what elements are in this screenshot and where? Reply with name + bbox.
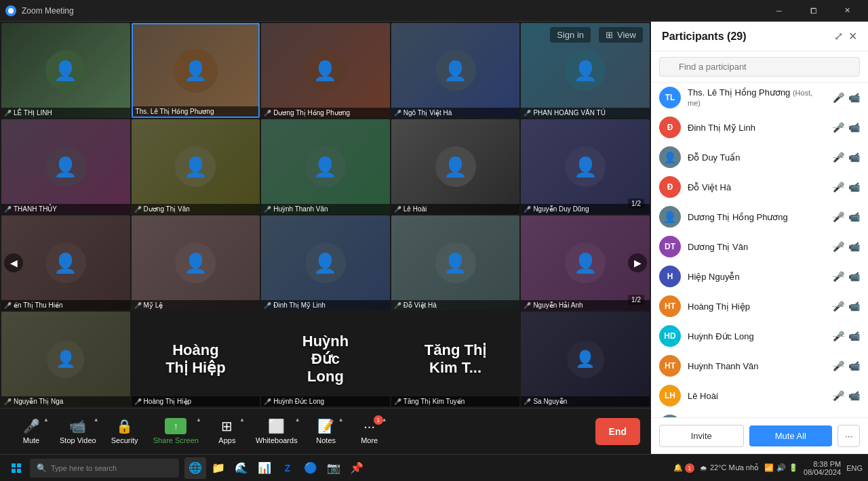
mic-off-icon: 🎤 — [264, 206, 271, 213]
taskbar-app-powerpoint[interactable]: 📌 — [346, 457, 368, 479]
participant-item[interactable]: H Hiệp Nguyễn 🎤 📹 — [651, 262, 868, 291]
whiteboards-button[interactable]: ⬜ Whiteboards ▲ — [250, 413, 303, 451]
cell-name-12: 🎤 Mỹ Lệ — [132, 300, 260, 310]
video-cell-6: 👤 🎤 THANH THỦY — [1, 119, 130, 214]
svg-rect-2 — [17, 463, 21, 467]
time-display: 8:38 PM 08/04/2024 — [804, 460, 841, 476]
search-input[interactable] — [659, 57, 860, 77]
svg-rect-4 — [17, 469, 21, 473]
minimize-button[interactable]: ─ — [764, 0, 795, 22]
participant-item[interactable]: Đ Đỗ Việt Hà 🎤 📹 — [651, 172, 868, 202]
taskbar-app-zalo[interactable]: Z — [277, 457, 298, 479]
notes-chevron[interactable]: ▲ — [338, 417, 344, 423]
signin-button[interactable]: Sign in — [550, 27, 591, 43]
mic-off-icon: 🎤 — [4, 302, 12, 309]
grid-icon: ⊞ — [606, 30, 613, 40]
participant-name: Đỗ Việt Hà — [688, 182, 826, 192]
cam-off-icon: 📹 — [848, 390, 860, 401]
share-screen-button[interactable]: ↑ Share Screen ▲ — [148, 413, 204, 451]
video-cell-15: ▶ 👤 🎤 Nguyễn Hải Anh 1/2 — [521, 215, 650, 310]
windows-start-button[interactable] — [5, 457, 27, 479]
mute-all-button[interactable]: Mute All — [749, 425, 833, 446]
participant-icons: 🎤 📹 — [833, 92, 860, 103]
apps-chevron[interactable]: ▲ — [239, 417, 245, 423]
participants-panel: Participants (29) ⤢ ✕ 🔍 TL Ths. Lê Thị H… — [651, 22, 868, 454]
panel-close-button[interactable]: ✕ — [848, 30, 857, 43]
cell-name-6: 🎤 THANH THỦY — [1, 204, 130, 214]
mic-muted-icon: 🎤 — [833, 182, 844, 192]
taskbar-app-edge[interactable]: 🌊 — [231, 457, 252, 479]
invite-button[interactable]: Invite — [659, 425, 744, 447]
security-button[interactable]: 🔒 Security — [104, 413, 145, 451]
battery-icon: 🔋 — [789, 463, 798, 472]
taskbar-search-icon: 🔍 — [37, 463, 47, 473]
taskbar-apps: 🌐 📁 🌊 📊 Z 🔵 📷 📌 — [184, 457, 368, 479]
prev-page-button[interactable]: ◀ — [4, 253, 23, 272]
close-button[interactable]: ✕ — [831, 0, 863, 22]
participant-icons: 🎤 📹 — [833, 360, 860, 371]
more-options-button[interactable]: ··· — [837, 425, 860, 447]
weather-display: 🌧 22°C Mưa nhỏ — [700, 463, 759, 472]
taskbar-app-explorer[interactable]: 📁 — [208, 457, 229, 479]
taskbar-app-cortana[interactable]: 🌐 — [184, 457, 206, 479]
maximize-button[interactable]: ⧠ — [797, 0, 829, 22]
apps-icon: ⊞ — [221, 418, 233, 434]
video-cell-10: 👤 🎤 Nguyễn Duy Dũng 1/2 — [521, 119, 650, 214]
mute-chevron[interactable]: ▲ — [43, 417, 49, 423]
participant-item[interactable]: TL Ths. Lê Thị Hồng Phương (Host, me) 🎤 … — [651, 83, 868, 112]
end-button[interactable]: End — [595, 418, 640, 445]
toolbar: 🎤 Mute ▲ 📹 Stop Video ▲ 🔒 Security ↑ Sha… — [0, 408, 651, 454]
mic-off-icon: 🎤 — [264, 398, 271, 405]
mic-off-icon: 🎤 — [4, 110, 12, 117]
apps-button[interactable]: ⊞ Apps ▲ — [207, 413, 248, 451]
cell-name-5: 🎤 PHAN HOÀNG VĂN TÚ — [521, 108, 650, 118]
avatar: Đ — [659, 117, 681, 138]
notes-icon: 📝 — [317, 418, 334, 434]
stop-video-button[interactable]: 📹 Stop Video ▲ — [54, 413, 102, 451]
participant-item[interactable]: DT Dương Thị Vân 🎤 📹 — [651, 232, 868, 262]
video-cell-17: Hoàng Thị Hiệp 🎤 Hoàng Thị Hiệp — [132, 312, 260, 406]
cell-name-11: 🎤 ến Thị Thu Hiền — [1, 300, 130, 310]
mic-icon: 🎤 — [833, 92, 844, 103]
popout-button[interactable]: ⤢ — [834, 30, 843, 43]
participant-name: Hiệp Nguyễn — [688, 272, 826, 282]
title-bar: Zoom Meeting ─ ⧠ ✕ — [0, 0, 868, 22]
participant-icons: 🎤 📹 — [833, 122, 860, 133]
participant-item[interactable]: HD Huỳnh Đức Long 🎤 📹 — [651, 321, 868, 351]
next-page-button[interactable]: ▶ — [628, 253, 647, 272]
cam-off-icon: 📹 — [848, 122, 860, 133]
taskbar-search[interactable]: 🔍 Type here to search — [30, 459, 179, 478]
video-grid: 👤 🎤 LÊ THỊ LINH 👤 Ths. Lê Thị Hồng Phươn… — [0, 22, 651, 408]
participant-item[interactable]: HT Hoàng Thị Hiệp 🎤 📹 — [651, 291, 868, 321]
system-tray: 📶 🔊 🔋 — [764, 463, 798, 472]
share-chevron[interactable]: ▲ — [196, 417, 201, 423]
view-button[interactable]: ⊞ View — [599, 27, 643, 43]
page-indicator-2: 1/2 — [628, 295, 644, 305]
participant-icons: 🎤 📹 — [833, 152, 860, 163]
participant-item[interactable]: 👤 Dương Thị Hồng Phương 🎤 📹 — [651, 202, 868, 232]
video-cell-4: 👤 🎤 Ngô Thị Việt Hà — [391, 23, 520, 118]
notes-button[interactable]: 📝 Notes ▲ — [306, 413, 347, 451]
cell-name-8: 🎤 Huỳnh Thanh Vân — [261, 204, 390, 214]
video-area: Sign in ⊞ View 👤 🎤 LÊ THỊ LINH 👤 — [0, 22, 651, 454]
cell-name-2: Ths. Lê Thị Hồng Phương — [133, 106, 259, 117]
taskbar-app-excel[interactable]: 📊 — [254, 457, 275, 479]
cam-off-icon: 📹 — [848, 331, 860, 341]
participant-item[interactable]: LT LÊ THỊ LINH 🎤 📹 — [651, 411, 868, 417]
participant-item[interactable]: Đ Đinh Thị Mỹ Linh 🎤 📹 — [651, 112, 868, 142]
whiteboard-chevron[interactable]: ▲ — [295, 417, 300, 423]
video-chevron[interactable]: ▲ — [94, 417, 99, 423]
mic-off-icon: 🎤 — [134, 398, 142, 405]
more-chevron[interactable]: ▲ — [382, 417, 387, 423]
mute-button[interactable]: 🎤 Mute ▲ — [11, 413, 52, 451]
participant-name: Lê Hoài — [688, 391, 826, 401]
participant-item[interactable]: LH Lê Hoài 🎤 📹 — [651, 381, 868, 411]
window-controls: ─ ⧠ ✕ — [764, 0, 863, 22]
taskbar-app-zoom[interactable]: 📷 — [323, 457, 344, 479]
avatar: Đ — [659, 176, 681, 198]
mic-off-icon: 🎤 — [524, 110, 531, 117]
more-button[interactable]: 1 ··· More ▲ — [349, 413, 390, 451]
participant-item[interactable]: 👤 Đỗ Duy Tuấn 🎤 📹 — [651, 142, 868, 172]
taskbar-app-chrome[interactable]: 🔵 — [300, 457, 321, 479]
participant-item[interactable]: HT Huỳnh Thanh Vân 🎤 📹 — [651, 351, 868, 381]
